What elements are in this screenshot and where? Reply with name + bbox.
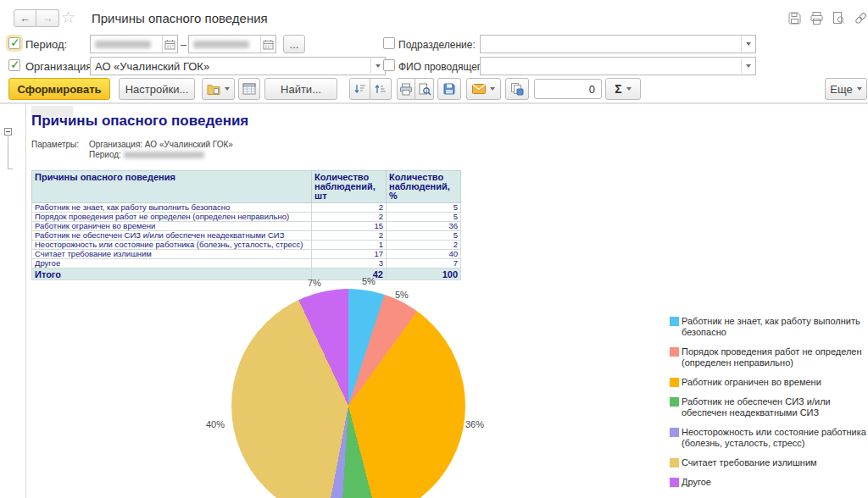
legend-label: Работник ограничен во времени [682,377,821,387]
cause-cell[interactable]: Работник ограничен во времени [32,222,312,231]
value-cell[interactable]: 5 [387,213,461,222]
period-more-button[interactable]: ... [283,35,305,53]
legend-swatch [670,428,679,437]
cause-cell[interactable]: Порядок проведения работ не определен (о… [32,213,312,222]
find-button[interactable]: Найти... [264,78,337,100]
column-header-percent[interactable]: Количество наблюдений, % [387,171,461,203]
print-preview-button[interactable] [415,78,434,100]
generate-button[interactable]: Сформировать [8,78,110,100]
cause-cell[interactable]: Считает требование излишним [32,250,312,259]
value-cell[interactable]: 2 [312,203,387,213]
table-grid-icon [242,83,256,95]
sort-descending-button[interactable] [349,78,370,100]
value-cell[interactable]: 1 [312,241,387,250]
value-cell[interactable]: 17 [312,250,387,259]
column-header-cause[interactable]: Причины опасного поведения [32,171,312,203]
favorite-star-icon[interactable]: ☆ [61,8,75,27]
value-cell[interactable]: 3 [312,259,387,268]
link-icon[interactable] [853,10,868,25]
table-header-row: Причины опасного поведения Количество на… [32,171,461,203]
column-header-count[interactable]: Количество наблюдений, шт [312,171,387,203]
sort-ascending-button[interactable] [370,78,392,100]
save-icon[interactable] [787,10,802,25]
folder-report-icon [207,83,220,95]
legend-label: Неосторожность или состояние работника (… [682,427,866,448]
cause-cell[interactable]: Работник не знает, как работу выполнить … [32,203,312,213]
dropdown-button[interactable] [370,58,384,74]
autosum-button[interactable]: Σ [605,78,641,100]
print-button[interactable] [397,78,415,100]
pie-percent-label: 36% [465,419,484,429]
legend-swatch [670,347,679,357]
period-from-input[interactable] [90,35,178,53]
cause-cell[interactable]: Другое [32,259,312,268]
total-row: Итого 42 100 [32,268,461,280]
settings-button[interactable]: Настройки... [119,78,195,100]
cause-cell[interactable]: Работник не обеспечен СИЗ и/или обеспече… [32,231,312,241]
ellipsis-icon: ... [290,38,299,51]
value-cell[interactable]: 2 [312,213,387,222]
chevron-down-icon [225,87,230,91]
save-copy-button[interactable] [505,78,529,100]
value-cell[interactable]: 7 [387,259,461,268]
forward-button[interactable]: → [36,9,59,27]
legend-label: Считает требование излишним [682,457,817,468]
grouping-gutter [25,103,26,498]
legend-item: Работник не обеспечен СИЗ и/или обеспече… [670,396,868,418]
cause-cell[interactable]: Неосторожность или состояние работника (… [32,241,312,250]
arrow-right-icon: → [42,12,53,25]
preview-icon[interactable] [831,10,846,25]
calendar-icon[interactable] [260,36,275,53]
dropdown-button[interactable] [741,58,754,74]
sum-field[interactable] [534,79,602,99]
legend-item: Порядок проведения работ не определен (о… [670,346,868,368]
value-cell[interactable]: 36 [387,222,461,231]
total-label-cell[interactable]: Итого [32,268,312,280]
sigma-icon: Σ [615,82,621,96]
total-percent-cell[interactable]: 100 [387,268,461,280]
save-result-button[interactable] [437,78,461,100]
group-bracket [8,136,13,169]
legend-item: Работник не знает, как работу выполнить … [670,316,868,338]
organization-combo[interactable]: АО «Учалинский ГОК» [90,57,386,75]
department-combo[interactable] [480,35,756,53]
find-label: Найти... [281,83,321,96]
value-cell[interactable]: 2 [387,241,461,250]
pie-chart[interactable] [231,289,465,498]
report-table: Причины опасного поведения Количество на… [31,170,461,280]
report-variants-button[interactable] [202,78,235,100]
chart-legend: Работник не знает, как работу выполнить … [670,316,868,496]
period-label: Период: [25,38,67,51]
conductor-label: ФИО проводящего: [398,61,489,73]
period-checkbox[interactable] [8,37,20,49]
conductor-combo[interactable] [480,57,756,75]
send-mail-button[interactable] [466,78,501,100]
value-cell[interactable]: 15 [312,222,387,231]
more-button[interactable]: Еще [825,78,867,100]
legend-item: Считает требование излишним [670,457,868,468]
collapse-group-button[interactable] [4,128,12,136]
dropdown-button[interactable] [741,36,754,52]
calendar-icon[interactable] [162,36,177,53]
table-row: Неосторожность или состояние работника (… [32,241,461,250]
legend-item: Неосторожность или состояние работника (… [670,427,868,449]
table-view-button[interactable] [238,78,260,100]
period-to-input[interactable] [188,35,276,53]
organization-label: Организация: [25,60,95,73]
value-cell[interactable]: 5 [387,203,461,213]
print-icon[interactable] [809,10,824,25]
value-cell[interactable]: 5 [387,231,461,241]
table-row: Считает требование излишним1740 [32,250,461,259]
legend-label: Работник не обеспечен СИЗ и/или обеспече… [682,396,831,418]
value-cell[interactable]: 40 [387,250,461,259]
legend-swatch [670,458,679,468]
chevron-down-icon [746,64,751,68]
print-icon [399,83,413,96]
value-cell[interactable]: 2 [312,231,387,241]
back-button[interactable]: ← [14,9,36,27]
conductor-checkbox[interactable] [383,59,395,71]
department-checkbox[interactable] [383,37,395,49]
table-row: Работник ограничен во времени1536 [32,222,461,231]
legend-label: Другое [682,477,711,487]
organization-checkbox[interactable] [8,59,20,71]
